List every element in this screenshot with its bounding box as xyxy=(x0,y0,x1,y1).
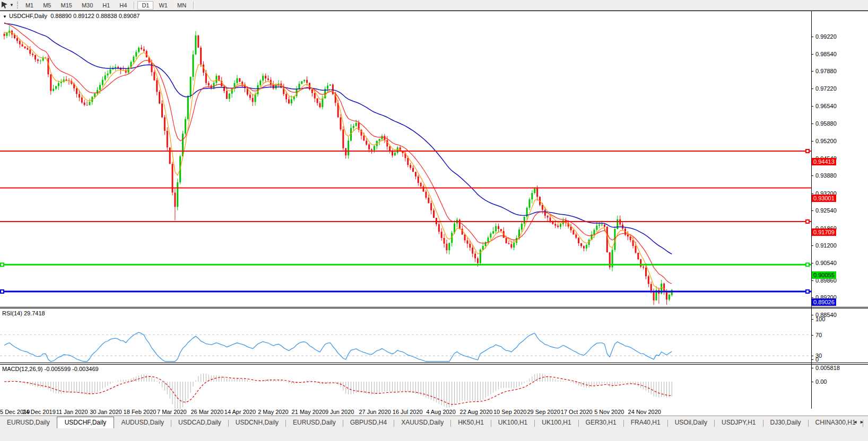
scale-tick xyxy=(811,71,813,72)
hline-handle-left[interactable] xyxy=(1,263,4,266)
chart-tab-uk100-h1[interactable]: UK100,H1 xyxy=(535,418,578,428)
tab-scroll-right-icon[interactable]: ► xyxy=(860,419,866,425)
scale-tick xyxy=(811,210,813,211)
chart-tab-usoil-daily[interactable]: USOil,Daily xyxy=(668,418,714,428)
scale-tick xyxy=(811,356,813,356)
timeframe-button-M15[interactable]: M15 xyxy=(56,1,76,10)
chart-tab-fra40-h1[interactable]: FRA40,H1 xyxy=(624,418,667,428)
date-label: 10 Sep 2020 xyxy=(493,409,526,415)
rsi-label: RSI(14) 29.7418 xyxy=(2,310,45,316)
main-chart-svg[interactable] xyxy=(0,11,811,307)
macd-signal-line xyxy=(4,376,672,404)
chart-ohlc-values: 0.88890 0.89122 0.88838 0.89087 xyxy=(50,13,140,19)
hline-handle-right[interactable] xyxy=(806,290,809,293)
price-tick-0.97880: 0.97880 xyxy=(815,68,837,74)
price-tick-0.90540: 0.90540 xyxy=(815,260,837,266)
chart-tab-usdcnh-daily[interactable]: USDCNH,Daily xyxy=(229,418,285,428)
chart-tab-xauusd-daily[interactable]: XAUUSD,Daily xyxy=(394,418,450,428)
hline-price-label-0.90055: 0.90055 xyxy=(812,271,836,279)
hline-handle-left[interactable] xyxy=(1,290,4,293)
tab-scroll-left-icon[interactable]: ◄ xyxy=(853,419,860,425)
timeframe-button-H1[interactable]: H1 xyxy=(98,1,114,10)
hline-price-label-0.91709: 0.91709 xyxy=(812,228,836,236)
date-label: 16 Jul 2020 xyxy=(393,409,423,415)
toolbar-grip[interactable] xyxy=(17,2,18,8)
price-tick-0.92540: 0.92540 xyxy=(815,207,837,214)
chart-tab-eurusd-daily[interactable]: EURUSD,Daily xyxy=(286,418,343,428)
rsi-tick-70: 70 xyxy=(815,332,822,338)
rsi-panel-bottom-border xyxy=(0,363,868,363)
date-label: 21 May 2020 xyxy=(292,409,326,415)
price-scale-border xyxy=(811,11,812,419)
scale-tick xyxy=(811,37,813,37)
timeframe-button-W1[interactable]: W1 xyxy=(154,1,172,10)
chart-tab-hk50-h1[interactable]: HK50,H1 xyxy=(451,418,491,428)
timeframe-button-MN[interactable]: MN xyxy=(173,1,190,10)
indicator-collapse-icon[interactable]: ▼ xyxy=(3,14,7,19)
chart-title: ▼USDCHF,Daily 0.88890 0.89122 0.88838 0.… xyxy=(3,13,140,19)
price-tick-0.98540: 0.98540 xyxy=(815,51,837,57)
scale-tick xyxy=(811,89,813,89)
hline-handle-right[interactable] xyxy=(806,263,809,266)
chart-tab-bar: EURUSD,DailyUSDCHF,DailyAUDUSD,DailyUSDC… xyxy=(0,416,868,441)
chart-region[interactable]: ▼USDCHF,Daily 0.88890 0.89122 0.88838 0.… xyxy=(0,11,868,419)
main-price-panel[interactable] xyxy=(0,11,811,307)
date-scale[interactable]: 5 Dec 201924 Dec 201911 Jan 202030 Jan 2… xyxy=(0,409,868,416)
horizontal-lines-group xyxy=(0,149,811,293)
chart-tab-gbpusd-h4[interactable]: GBPUSD,H4 xyxy=(343,418,394,428)
chart-tab-usdjpy-h1[interactable]: USDJPY,H1 xyxy=(715,418,762,428)
scale-tick xyxy=(811,124,813,124)
price-tick-0.96540: 0.96540 xyxy=(815,103,837,109)
rsi-line xyxy=(4,332,672,361)
chart-tab-usdchf-daily[interactable]: USDCHF,Daily xyxy=(57,417,115,428)
main-panel-bottom-border xyxy=(0,307,868,307)
hline-price-label-0.89026: 0.89026 xyxy=(812,298,836,306)
hline-handle-right[interactable] xyxy=(806,220,809,223)
date-label: 5 Nov 2020 xyxy=(594,409,624,415)
chart-tab-usdcad-daily[interactable]: USDCAD,Daily xyxy=(171,418,228,428)
date-label: 29 Sep 2020 xyxy=(527,409,560,415)
macd-histogram-group xyxy=(4,373,672,411)
date-label: 4 Aug 2020 xyxy=(426,409,456,415)
scale-tick xyxy=(811,319,813,320)
scale-tick xyxy=(811,280,813,281)
ma-mid-line xyxy=(4,23,672,284)
price-tick-0.99220: 0.99220 xyxy=(815,33,837,40)
macd-tick-0.005818: 0.005818 xyxy=(815,365,840,371)
chart-tab-ger30-h1[interactable]: GER30,H1 xyxy=(579,418,623,428)
price-tick-0.95880: 0.95880 xyxy=(815,120,837,127)
cursor-tool-caret-icon[interactable]: ▼ xyxy=(10,3,14,7)
date-label: 22 Aug 2020 xyxy=(460,409,493,415)
date-label: 30 Jan 2020 xyxy=(90,409,122,415)
tab-scroll-arrows: ◄► xyxy=(853,419,866,425)
scale-tick xyxy=(811,141,813,142)
timeframe-button-M30[interactable]: M30 xyxy=(77,1,97,10)
scale-tick xyxy=(811,106,813,107)
mt-terminal-window: ▼ M1M5M15M30H1H4D1W1MN ▼USDCHF,Daily 0.8… xyxy=(0,0,868,441)
chart-tab-dj30-daily[interactable]: DJ30,Daily xyxy=(763,418,808,428)
timeframe-button-M1[interactable]: M1 xyxy=(21,1,38,10)
timeframe-button-M5[interactable]: M5 xyxy=(39,1,55,10)
cursor-tool-icon[interactable] xyxy=(1,1,9,10)
date-label: 2 May 2020 xyxy=(258,409,288,415)
rsi-tick-0: 0 xyxy=(815,356,819,363)
cursor-tool-glyph xyxy=(1,1,9,10)
rsi-panel[interactable] xyxy=(0,308,811,363)
timeframe-button-D1[interactable]: D1 xyxy=(137,1,153,10)
chart-tab-eurusd-daily[interactable]: EURUSD,Daily xyxy=(0,418,57,428)
timeframe-button-H4[interactable]: H4 xyxy=(115,1,131,10)
date-label: 24 Dec 2019 xyxy=(22,409,55,415)
scale-tick xyxy=(811,335,813,336)
scale-tick xyxy=(811,193,813,194)
moving-averages-group xyxy=(4,23,672,293)
macd-label: MACD(12,26,9) -0.005599 -0.003469 xyxy=(2,366,99,372)
chart-tab-uk100-h1[interactable]: UK100,H1 xyxy=(491,418,534,428)
price-tick-0.93880: 0.93880 xyxy=(815,172,837,179)
rsi-svg[interactable] xyxy=(0,308,811,363)
chart-tab-audusd-daily[interactable]: AUDUSD,Daily xyxy=(114,418,171,428)
scale-tick xyxy=(811,382,813,382)
date-label: 17 Oct 2020 xyxy=(561,409,593,415)
ma-slow-line xyxy=(4,23,672,254)
hline-handle-right[interactable] xyxy=(806,149,809,153)
chart-tabs: EURUSD,DailyUSDCHF,DailyAUDUSD,DailyUSDC… xyxy=(0,416,868,428)
